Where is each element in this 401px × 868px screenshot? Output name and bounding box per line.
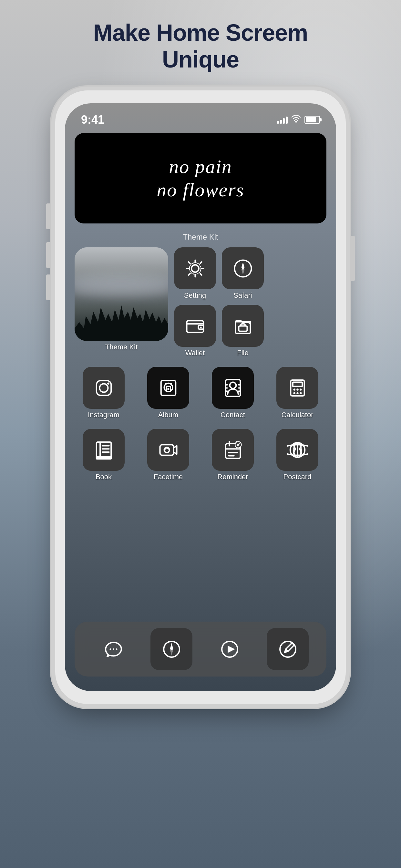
facetime-icon [158, 439, 179, 461]
quote-text: no painno flowers [157, 155, 244, 202]
svg-point-42 [171, 648, 173, 650]
svg-point-6 [242, 268, 244, 270]
svg-marker-44 [227, 646, 235, 653]
phone-frame: 9:41 [55, 90, 346, 704]
theme-kit-icon [74, 247, 168, 341]
wallet-icon-bg [174, 305, 216, 347]
instagram-icon [93, 377, 114, 399]
signal-icon [277, 116, 288, 124]
status-icons [277, 115, 320, 125]
folder-icon [233, 315, 253, 337]
app-section-1: Theme Kit Setting [65, 247, 336, 357]
contact-label: Contact [220, 411, 245, 419]
app-contact[interactable]: Contact [212, 367, 254, 419]
instagram-icon-bg [83, 367, 125, 409]
gear-icon [185, 258, 206, 279]
app-reminder[interactable]: Reminder [212, 429, 254, 481]
svg-point-23 [297, 389, 299, 391]
svg-point-17 [167, 388, 169, 390]
svg-point-15 [164, 383, 173, 392]
svg-point-37 [113, 648, 114, 650]
app-setting[interactable]: Setting [174, 247, 216, 300]
book-icon [93, 439, 114, 461]
svg-rect-21 [292, 382, 302, 386]
svg-point-24 [300, 389, 302, 391]
svg-point-25 [293, 392, 296, 394]
page-title: Make Home Screem Unique [0, 20, 401, 73]
safari-dock-icon [161, 639, 182, 660]
video-icon [219, 639, 240, 660]
app-facetime[interactable]: Facetime [147, 429, 189, 481]
calculator-label: Calculator [281, 411, 313, 419]
svg-point-0 [296, 121, 297, 122]
reminder-icon-bg [212, 429, 254, 471]
svg-rect-28 [96, 442, 111, 458]
app-theme-kit[interactable]: Theme Kit [74, 247, 168, 351]
app-safari[interactable]: Safari [222, 247, 264, 300]
app-file[interactable]: File [222, 305, 264, 357]
reminder-icon [222, 439, 243, 461]
app-album[interactable]: Album [147, 367, 189, 419]
postcard-icon-bg [276, 429, 318, 471]
album-icon-bg [147, 367, 189, 409]
app-book[interactable]: Book [83, 429, 125, 481]
setting-icon-bg [174, 247, 216, 289]
instagram-label: Instagram [88, 411, 120, 419]
svg-rect-10 [239, 326, 247, 331]
svg-rect-30 [160, 445, 174, 455]
svg-point-22 [293, 389, 296, 391]
svg-point-12 [99, 383, 108, 392]
calculator-icon-bg [276, 367, 318, 409]
svg-point-13 [107, 382, 110, 384]
battery-icon [305, 116, 320, 124]
safari-label: Safari [234, 291, 252, 300]
postcard-label: Postcard [283, 473, 312, 481]
contact-icon-bg [212, 367, 254, 409]
wallet-label: Wallet [185, 349, 205, 357]
app-instagram[interactable]: Instagram [83, 367, 125, 419]
book-icon-bg [83, 429, 125, 471]
svg-point-27 [300, 392, 302, 394]
app-row-3: Instagram Album [65, 367, 336, 419]
message-icon [103, 639, 124, 660]
book-label: Book [96, 473, 112, 481]
app-wallet[interactable]: Wallet [174, 305, 216, 357]
wifi-icon [291, 115, 301, 125]
svg-point-1 [191, 265, 199, 272]
safari-icon-bg [222, 247, 264, 289]
status-time: 9:41 [81, 113, 104, 127]
album-icon [158, 377, 179, 399]
quote-widget: no painno flowers [74, 133, 327, 223]
section-label: Theme Kit [65, 232, 336, 242]
svg-point-9 [200, 327, 202, 328]
svg-point-19 [229, 382, 236, 389]
facetime-label: Facetime [154, 473, 183, 481]
dock-video[interactable] [209, 628, 251, 670]
file-label: File [237, 349, 248, 357]
svg-point-38 [116, 648, 117, 650]
status-bar: 9:41 [65, 103, 336, 127]
app-calculator[interactable]: Calculator [276, 367, 318, 419]
svg-rect-7 [187, 321, 204, 332]
postcard-icon [287, 439, 308, 461]
compass-icon [233, 258, 253, 279]
calculator-icon [287, 377, 308, 399]
dock-edit[interactable] [267, 628, 309, 670]
app-postcard[interactable]: Postcard [276, 429, 318, 481]
svg-point-26 [297, 392, 299, 394]
file-icon-bg [222, 305, 264, 347]
setting-label: Setting [184, 291, 206, 300]
album-label: Album [158, 411, 178, 419]
edit-icon [277, 639, 298, 660]
wallet-icon [185, 315, 206, 337]
dock-safari[interactable] [150, 628, 192, 670]
contact-icon [222, 377, 243, 399]
dock [74, 622, 327, 677]
facetime-icon-bg [147, 429, 189, 471]
app-row-4: Book Facetime [65, 429, 336, 481]
reminder-label: Reminder [217, 473, 248, 481]
svg-point-36 [110, 648, 111, 650]
theme-kit-label: Theme Kit [105, 343, 137, 351]
dock-message[interactable] [92, 628, 134, 670]
phone-screen: 9:41 [65, 103, 336, 691]
